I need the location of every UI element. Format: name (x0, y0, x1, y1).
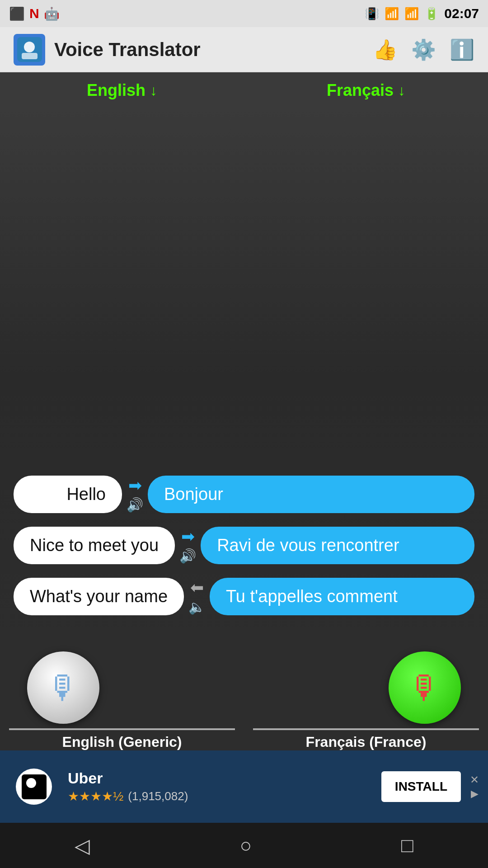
status-time: 02:07 (444, 6, 479, 21)
lang-label-french: Français (France) (306, 734, 427, 750)
battery-icon: 🔋 (424, 7, 439, 21)
english-dropdown-arrow: ↓ (150, 82, 157, 99)
ad-app-logo (9, 762, 59, 811)
ad-app-name: Uber (68, 769, 372, 787)
french-label: Français (327, 81, 394, 100)
right-arrow-icon-2: ➡ (181, 527, 195, 546)
back-button[interactable]: ◁ (75, 834, 90, 857)
ad-play-icon[interactable]: ▶ (471, 788, 479, 800)
convo-item-hello: Hello ➡ 🔊 Bonjour (14, 476, 474, 513)
conversation-container: Hello ➡ 🔊 Bonjour Nice to meet you ➡ 🔊 R… (14, 476, 474, 615)
app-bar-action-icons: 👍 ⚙️ ℹ️ (373, 38, 474, 61)
french-language-selector[interactable]: Français ↓ (244, 81, 488, 100)
app-logo (14, 34, 45, 66)
mic-button-english[interactable]: 🎙 (27, 651, 99, 724)
left-arrow-icon: ⬅ (190, 578, 204, 597)
language-selector-row: English ↓ Français ↓ (0, 72, 488, 108)
arrow-area-name: ⬅ 🔈 (184, 578, 210, 615)
convo-item-nice-to-meet: Nice to meet you ➡ 🔊 Ravi de vous rencon… (14, 527, 474, 564)
svg-rect-2 (22, 53, 38, 59)
mic-row: 🎙 🎙 (0, 647, 488, 728)
lang-line-english (9, 728, 235, 730)
app-bar: Voice Translator 👍 ⚙️ ℹ️ (0, 27, 488, 72)
install-button[interactable]: INSTALL (381, 771, 461, 802)
sound-icon-hello[interactable]: 🔊 (127, 497, 143, 513)
lang-label-english-section: English (Generic) (0, 728, 244, 750)
bubble-english-nice[interactable]: Nice to meet you (14, 527, 175, 564)
status-right-icons: 📳 📶 📶 🔋 02:07 (365, 6, 479, 21)
language-labels-wrapper: English (Generic) Français (France) (0, 728, 488, 750)
recents-button[interactable]: □ (401, 834, 413, 857)
arrow-area-nice: ➡ 🔊 (175, 527, 201, 564)
ad-logo-inner (16, 769, 52, 805)
bubble-french-ravi[interactable]: Ravi de vous rencontrer (201, 527, 474, 564)
screenshot-icon: ⬛ (9, 6, 25, 21)
navigation-bar: ◁ ○ □ (0, 823, 488, 868)
lang-label-french-section: Français (France) (244, 728, 488, 750)
sound-icon-nice[interactable]: 🔊 (179, 548, 196, 564)
french-dropdown-arrow: ↓ (398, 82, 405, 99)
english-language-selector[interactable]: English ↓ (0, 81, 244, 100)
ad-reviews: (1,915,082) (128, 789, 188, 803)
signal-icon: 📶 (404, 7, 419, 21)
bubble-english-name[interactable]: What's your name (14, 578, 184, 615)
uber-logo-icon (22, 774, 47, 799)
mic-button-french[interactable]: 🎙 (389, 651, 461, 724)
arrow-area-hello: ➡ 🔊 (122, 476, 148, 513)
app-title: Voice Translator (54, 39, 373, 61)
ad-controls: ✕ ▶ (470, 774, 479, 800)
convo-item-whats-name: What's your name ⬅ 🔈 Tu t'appelles comme… (14, 578, 474, 615)
lang-label-english: English (Generic) (62, 734, 182, 750)
vibrate-icon: 📳 (365, 7, 379, 21)
ad-close-icon[interactable]: ✕ (470, 774, 479, 786)
right-arrow-icon: ➡ (128, 476, 142, 495)
lang-line-french (253, 728, 479, 730)
thumbs-up-icon[interactable]: 👍 (373, 38, 398, 61)
svg-point-1 (24, 42, 35, 52)
status-left-icons: ⬛ N 🤖 (9, 6, 60, 21)
bubble-english-hello[interactable]: Hello (14, 476, 122, 513)
settings-icon[interactable]: ⚙️ (411, 38, 436, 61)
wifi-icon: 📶 (385, 7, 399, 21)
bubble-french-bonjour[interactable]: Bonjour (148, 476, 474, 513)
android-icon: 🤖 (44, 6, 60, 21)
english-label: English (87, 81, 145, 100)
home-button[interactable]: ○ (239, 834, 252, 857)
status-bar: ⬛ N 🤖 📳 📶 📶 🔋 02:07 (0, 0, 488, 27)
notification-n-icon: N (29, 6, 39, 21)
bubble-french-comment[interactable]: Tu t'appelles comment (210, 578, 474, 615)
ad-stars: ★★★★½ (68, 789, 123, 804)
info-icon[interactable]: ℹ️ (450, 38, 474, 61)
ad-banner[interactable]: Uber ★★★★½ (1,915,082) INSTALL ✕ ▶ (0, 750, 488, 823)
main-content: Hello ➡ 🔊 Bonjour Nice to meet you ➡ 🔊 R… (0, 108, 488, 647)
sound-icon-name[interactable]: 🔈 (188, 599, 205, 615)
